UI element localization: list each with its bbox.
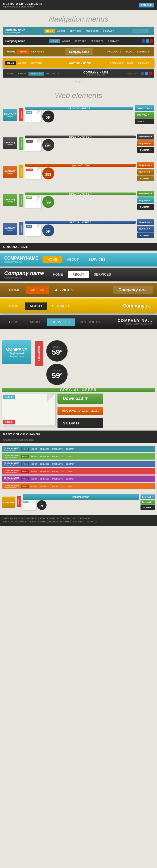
large-nav-item[interactable]: SERVICES bbox=[84, 256, 110, 263]
nav-item[interactable]: SERVICES bbox=[68, 29, 83, 33]
mini-nav-item[interactable]: CONTACT bbox=[64, 455, 76, 458]
mini-nav-item[interactable]: ABOUT bbox=[29, 463, 38, 465]
nav-item[interactable]: ABOUT bbox=[60, 39, 72, 43]
mini-nav-item[interactable]: CONTACT bbox=[64, 477, 76, 480]
nav-item[interactable]: ABOUT bbox=[17, 61, 28, 65]
nav-item[interactable]: CONTACT bbox=[106, 39, 121, 43]
nav-item[interactable]: PRODUCTS bbox=[108, 61, 125, 65]
mini-nav-item[interactable]: ABOUT bbox=[29, 485, 38, 488]
nav-item[interactable]: Services bbox=[30, 50, 46, 54]
mini-nav-item[interactable]: HOME bbox=[21, 477, 29, 480]
large-nav-item[interactable]: About bbox=[25, 318, 47, 326]
buy-button-5[interactable]: Buy now bbox=[137, 226, 154, 231]
submit-button-4[interactable]: Submit bbox=[137, 204, 154, 210]
mini-nav-item[interactable]: SERVICES bbox=[39, 470, 51, 473]
mini-nav-item[interactable]: SERVICES bbox=[39, 455, 51, 458]
facebook-icon[interactable] bbox=[141, 72, 144, 75]
large-nav-item[interactable]: ABOUT bbox=[68, 271, 89, 278]
large-nav-item[interactable]: Home bbox=[4, 318, 25, 326]
nav-item[interactable]: HOME bbox=[5, 61, 16, 65]
nav-item[interactable]: Home bbox=[5, 72, 16, 75]
large-buy-button[interactable]: Buy now 49c Product details bbox=[58, 407, 103, 415]
nav-item[interactable]: ABOUT bbox=[56, 29, 67, 33]
mini-nav-item[interactable]: ABOUT bbox=[29, 477, 38, 480]
youtube-icon[interactable] bbox=[150, 39, 153, 42]
large-nav-item[interactable]: ABOUT bbox=[25, 303, 48, 310]
nav-item[interactable]: CONTACT bbox=[101, 29, 116, 33]
mini-nav-item[interactable]: PRODUCTS bbox=[51, 455, 64, 458]
large-nav-item[interactable]: SERVICES bbox=[48, 303, 75, 310]
nav-item[interactable]: Products bbox=[105, 50, 123, 54]
download-button-3[interactable]: Download bbox=[137, 162, 154, 168]
nav-item[interactable]: SERVICES bbox=[73, 39, 88, 43]
large-nav-item[interactable]: Home bbox=[4, 286, 26, 294]
mini-nav-item[interactable]: PRODUCTS bbox=[51, 447, 64, 451]
nav-item[interactable]: Products bbox=[44, 72, 61, 75]
download-button-4[interactable]: Download bbox=[137, 191, 154, 196]
large-submit-button[interactable]: SUBMIT bbox=[58, 418, 103, 428]
download-button-2[interactable]: Download bbox=[137, 134, 154, 140]
nav-item[interactable]: About bbox=[17, 50, 30, 54]
mini-nav-item[interactable]: HOME bbox=[21, 463, 29, 465]
mini-nav-item[interactable]: PRODUCTS bbox=[51, 470, 64, 473]
large-nav-item[interactable]: HOME bbox=[48, 271, 68, 278]
twitter-icon[interactable] bbox=[145, 72, 148, 75]
nav-item[interactable]: BLOG bbox=[125, 61, 135, 65]
large-nav-item[interactable]: ABOUT bbox=[62, 256, 84, 263]
mini-nav-item[interactable]: CONTACT bbox=[64, 447, 76, 451]
cc-buy-btn[interactable]: Buy now ▶ bbox=[140, 500, 155, 504]
mini-nav-item[interactable]: SERVICES bbox=[39, 485, 51, 488]
facebook-icon[interactable] bbox=[142, 39, 145, 42]
download-button-1[interactable]: DOWNLOAD bbox=[135, 105, 154, 111]
buy-button-4[interactable]: Buy now bbox=[137, 197, 154, 203]
cc-download-btn[interactable]: Download ▼ bbox=[140, 494, 155, 499]
youtube-icon[interactable] bbox=[149, 72, 152, 75]
nav-item[interactable]: PRODUCTS bbox=[84, 29, 101, 33]
mini-nav-item[interactable]: ABOUT bbox=[29, 447, 38, 451]
nav-item[interactable]: Contact bbox=[135, 50, 151, 54]
mini-nav-item[interactable]: PRODUCTS bbox=[51, 463, 64, 465]
mini-nav-item[interactable]: PRODUCTS bbox=[51, 485, 64, 488]
buy-button-2[interactable]: Buy now bbox=[137, 140, 154, 146]
nav-item[interactable]: SERVICES bbox=[29, 61, 44, 65]
large-nav-item[interactable]: Services bbox=[49, 286, 78, 294]
nav-search-1[interactable] bbox=[132, 29, 149, 33]
nav-item[interactable]: About bbox=[16, 72, 28, 75]
buy-button-1[interactable]: BUY NOW bbox=[135, 112, 154, 118]
mini-nav-item[interactable]: HOME bbox=[21, 485, 29, 488]
mini-nav-item[interactable]: ABOUT bbox=[29, 470, 38, 473]
nav-item[interactable]: Services bbox=[29, 72, 44, 75]
twitter-icon[interactable] bbox=[146, 39, 149, 42]
submit-button-3[interactable]: Submit bbox=[137, 176, 154, 181]
mini-nav-item[interactable]: CONTACT bbox=[64, 470, 76, 473]
submit-button-1[interactable]: SUBMIT bbox=[135, 119, 154, 124]
mini-nav-item[interactable]: SERVICES bbox=[39, 463, 51, 465]
cc-submit-btn[interactable]: SUBMIT bbox=[140, 505, 155, 510]
large-nav-item[interactable]: HOME bbox=[42, 256, 62, 263]
mini-nav-item[interactable]: CONTACT bbox=[64, 485, 76, 488]
mini-nav-item[interactable]: PRODUCTS bbox=[51, 477, 64, 480]
nav-item[interactable]: HOME bbox=[44, 29, 55, 33]
large-nav-item[interactable]: HOME bbox=[4, 303, 25, 310]
large-nav-item[interactable]: Services bbox=[47, 318, 75, 326]
nav-item[interactable]: CONTACT bbox=[136, 61, 151, 65]
buy-button-3[interactable]: Buy now ▶ bbox=[137, 169, 154, 175]
mini-nav-item[interactable]: HOME bbox=[21, 455, 29, 458]
mini-nav-item[interactable]: HOME bbox=[21, 470, 29, 473]
mini-nav-item[interactable]: ABOUT bbox=[29, 455, 38, 458]
nav-item[interactable]: HOME bbox=[49, 39, 60, 43]
large-download-button[interactable]: Download ▼ bbox=[58, 394, 103, 404]
mini-nav-item[interactable]: CONTACT bbox=[64, 463, 76, 465]
mini-nav-item[interactable]: SERVICES bbox=[39, 447, 51, 451]
submit-button-5[interactable]: Submit bbox=[137, 232, 154, 238]
nav-item[interactable]: Blog bbox=[124, 50, 135, 54]
nav-item[interactable]: PRODUCTS bbox=[89, 39, 105, 43]
large-nav-item[interactable]: About bbox=[26, 286, 49, 294]
download-button-5[interactable]: Download bbox=[137, 219, 154, 225]
mini-nav-item[interactable]: SERVICES bbox=[39, 477, 51, 480]
large-nav-item[interactable]: SERVICES bbox=[89, 271, 116, 278]
nav-item[interactable]: Home bbox=[5, 50, 17, 54]
submit-button-2[interactable]: SUBMIT bbox=[137, 147, 154, 153]
large-nav-item[interactable]: Products bbox=[75, 318, 105, 326]
mini-nav-item[interactable]: HOME bbox=[21, 447, 29, 451]
